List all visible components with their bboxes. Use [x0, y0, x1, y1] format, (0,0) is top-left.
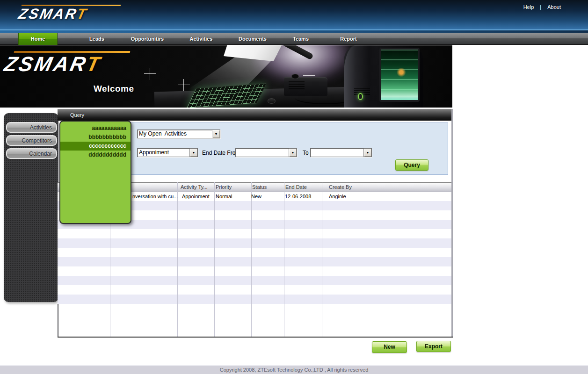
footer-bar: Copyright 2008, ZTEsoft Technology Co.,L…: [0, 366, 588, 374]
page: ZSMART Help | About Home Leads Opportuni…: [0, 0, 588, 374]
dropdown-arrow-icon[interactable]: ▼: [289, 149, 297, 157]
zsmart-logo-banner: ZSMART: [5, 51, 130, 75]
tower-power-ring: [358, 93, 363, 100]
query-button[interactable]: Query: [395, 159, 428, 171]
main-navbar: Home Leads Opportunitirs Activities Docu…: [0, 33, 588, 45]
nav-item-home[interactable]: Home: [18, 33, 58, 45]
cell-create-by: Anginle: [329, 194, 346, 199]
cell-status: New: [251, 194, 261, 199]
banner-mouse: [268, 98, 276, 104]
end-date-from-label: End Date From: [202, 150, 240, 156]
end-date-from-value: [236, 149, 289, 157]
zsmart-logo-small: ZSMART: [19, 5, 121, 22]
flyout-item-c-selected[interactable]: cccccccccccc: [60, 142, 131, 151]
to-label: To: [303, 150, 309, 156]
end-date-to-combobox[interactable]: ▼: [310, 148, 372, 157]
activity-type-value: Apponiment: [138, 149, 189, 157]
sidebar-button-activities[interactable]: Activities: [6, 122, 57, 133]
flyout-item-b[interactable]: bbbbbbbbbbb: [60, 133, 131, 142]
column-header-activity-type: Activity Ty...: [181, 184, 208, 190]
saved-search-value: My Open Activities: [138, 130, 212, 138]
banner-lamp-head: [224, 45, 282, 61]
dropdown-arrow-icon[interactable]: ▼: [189, 149, 197, 157]
nav-item-report[interactable]: Report: [340, 33, 356, 45]
column-header-end-date: End Date: [285, 184, 307, 190]
column-separator: [322, 182, 322, 337]
about-link[interactable]: About: [547, 4, 561, 10]
dropdown-arrow-icon[interactable]: ▼: [212, 130, 220, 138]
nav-item-opportunitirs[interactable]: Opportunitirs: [131, 33, 164, 45]
banner-projector: [284, 77, 327, 96]
query-module-titlebar: Query: [58, 109, 451, 121]
sparkle-icon: [309, 70, 309, 82]
cell-activity-type: Appoinment: [182, 194, 210, 199]
tower-open-side-panel: [379, 48, 420, 102]
column-separator: [284, 182, 284, 337]
export-button[interactable]: Export: [416, 341, 451, 352]
nav-item-teams[interactable]: Teams: [293, 33, 309, 45]
welcome-banner: ZSMART Welcome: [0, 45, 452, 108]
column-separator: [251, 182, 252, 337]
logo-text: ZSMAR: [2, 52, 89, 75]
flyout-item-d[interactable]: ddddddddddd: [60, 151, 131, 159]
table-bottom-border: [58, 337, 453, 338]
logo-text: ZSMAR: [17, 6, 79, 22]
end-date-from-combobox[interactable]: ▼: [235, 148, 297, 157]
copyright-text: Copyright 2008, ZTEsoft Technology Co.,L…: [220, 367, 369, 373]
column-separator: [177, 182, 178, 337]
flyout-item-a[interactable]: aaaaaaaaaaa: [60, 124, 131, 133]
help-link[interactable]: Help: [523, 4, 534, 10]
dropdown-arrow-icon[interactable]: ▼: [363, 149, 371, 157]
column-header-create-by: Create By: [329, 184, 352, 190]
column-separator: [214, 182, 215, 337]
cell-end-date: 12-06-2008: [285, 194, 311, 199]
cell-subject: nversation with cu...: [132, 194, 178, 199]
nav-item-activities[interactable]: Activities: [190, 33, 213, 45]
sparkle-icon: [150, 68, 150, 80]
flyout-menu: aaaaaaaaaaa bbbbbbbbbbb cccccccccccc ddd…: [59, 121, 131, 224]
end-date-to-value: [311, 149, 363, 157]
column-header-priority: Priority: [216, 184, 232, 190]
cell-priority: Normal: [216, 194, 232, 199]
sparkle-icon: [183, 79, 184, 91]
sidebar-button-calendar[interactable]: Calendar: [6, 148, 57, 159]
welcome-text: Welcome: [94, 84, 134, 94]
saved-search-combobox[interactable]: My Open Activities ▼: [137, 129, 220, 138]
activity-type-combobox[interactable]: Apponiment ▼: [137, 148, 198, 157]
top-header: ZSMART Help | About: [0, 0, 588, 33]
nav-item-documents[interactable]: Documents: [239, 33, 267, 45]
column-header-status: Status: [252, 184, 267, 190]
help-links: Help | About: [519, 4, 561, 10]
help-about-divider: |: [540, 4, 541, 10]
left-sidebar: Activities Competitors Calendar: [4, 113, 58, 302]
sidebar-button-competitors[interactable]: Competitors: [6, 135, 57, 146]
nav-item-leads[interactable]: Leads: [89, 33, 104, 45]
module-right-border: [451, 109, 453, 338]
banner-computer-tower: [344, 45, 423, 108]
new-button[interactable]: New: [372, 341, 407, 353]
